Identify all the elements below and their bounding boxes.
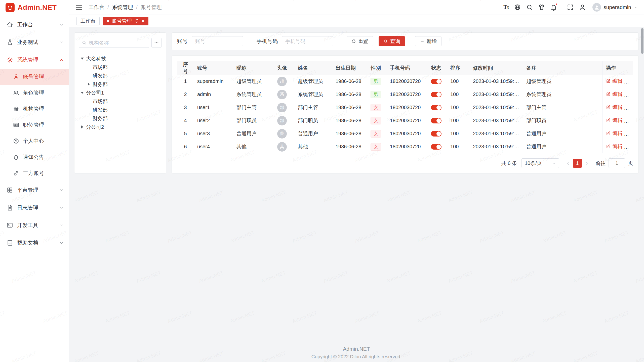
edit-button[interactable]: 编辑 bbox=[606, 78, 623, 84]
language-icon[interactable] bbox=[514, 4, 521, 11]
tree-node[interactable]: 研发部 bbox=[79, 71, 162, 80]
more-actions-icon[interactable] bbox=[628, 145, 633, 150]
edit-icon bbox=[606, 92, 611, 97]
refresh-icon[interactable] bbox=[134, 19, 139, 23]
sidebar-item-dev-tools[interactable]: 开发工具 bbox=[0, 216, 69, 234]
cell-name: 超级管理员 bbox=[294, 75, 332, 88]
tree-node[interactable]: 财务部 bbox=[79, 80, 162, 88]
tree-caret-icon bbox=[87, 75, 91, 77]
tree-node[interactable]: 市场部 bbox=[79, 63, 162, 71]
tree-node[interactable]: 大名科技 bbox=[79, 54, 162, 63]
breadcrumb-item-current: 账号管理 bbox=[141, 4, 162, 11]
table-row: 6 user4 其他 其 其他 1986-06-28 女 18020030720… bbox=[177, 140, 633, 153]
sidebar-subitem-role-management[interactable]: 角色管理 bbox=[0, 85, 69, 101]
fullscreen-icon[interactable] bbox=[567, 4, 574, 11]
page-size-select[interactable]: 10条/页 bbox=[521, 158, 559, 168]
more-actions-icon[interactable] bbox=[628, 106, 633, 111]
reset-button-label: 重置 bbox=[358, 38, 368, 45]
col-modified-time: 修改时间 bbox=[469, 61, 523, 75]
chevron-down-icon bbox=[59, 223, 64, 228]
sidebar-subitem-third-party-account[interactable]: 三方账号 bbox=[0, 165, 69, 181]
current-page-button[interactable]: 1 bbox=[573, 159, 582, 168]
status-toggle[interactable] bbox=[431, 131, 441, 137]
more-actions-icon[interactable] bbox=[628, 79, 633, 85]
tab-workbench[interactable]: 工作台 bbox=[76, 17, 100, 25]
cell-remark: 系统管理员 bbox=[523, 88, 602, 101]
search-button[interactable]: 查询 bbox=[379, 36, 405, 46]
reset-button[interactable]: 重置 bbox=[347, 36, 373, 46]
edit-button[interactable]: 编辑 bbox=[606, 104, 623, 111]
add-button[interactable]: 新增 bbox=[415, 36, 441, 46]
sidebar-subitem-personal-center[interactable]: 个人中心 bbox=[0, 133, 69, 149]
tree-node[interactable]: 分公司2 bbox=[79, 123, 162, 131]
tree-caret-icon[interactable] bbox=[80, 92, 84, 94]
tree-node[interactable]: 财务部 bbox=[79, 114, 162, 123]
goto-page-input[interactable] bbox=[609, 158, 625, 168]
app-logo[interactable]: Admin.NET bbox=[0, 0, 69, 15]
sidebar-item-business-test[interactable]: 业务测试 bbox=[0, 33, 69, 51]
cell-sort: 100 bbox=[447, 127, 469, 140]
avatar: 其 bbox=[277, 142, 287, 152]
sidebar-subitem-account-management[interactable]: 账号管理 bbox=[0, 69, 69, 85]
sidebar-item-log-management[interactable]: 日志管理 bbox=[0, 199, 69, 216]
more-actions-icon[interactable] bbox=[628, 132, 633, 137]
sidebar-subitem-label: 个人中心 bbox=[23, 138, 44, 145]
status-toggle[interactable] bbox=[431, 92, 441, 97]
cell-sort: 100 bbox=[447, 88, 469, 101]
account-filter-input[interactable] bbox=[192, 36, 243, 46]
sidebar-subitem-notice[interactable]: 通知公告 bbox=[0, 149, 69, 165]
scrollbar-thumb[interactable] bbox=[641, 28, 643, 54]
grid-icon bbox=[7, 187, 13, 193]
status-toggle[interactable] bbox=[431, 118, 441, 123]
phone-filter-input[interactable] bbox=[282, 36, 333, 46]
tab-account-management[interactable]: 账号管理 bbox=[103, 17, 148, 25]
sidebar-subitem-org-management[interactable]: 机构管理 bbox=[0, 101, 69, 117]
sidebar-item-workbench[interactable]: 工作台 bbox=[0, 16, 69, 33]
users-icon bbox=[13, 90, 19, 96]
breadcrumb-item[interactable]: 系统管理 bbox=[112, 4, 133, 11]
tab-bar: 工作台 账号管理 bbox=[69, 15, 644, 27]
sidebar-item-system-management[interactable]: 系统管理 bbox=[0, 51, 69, 69]
search-icon[interactable] bbox=[526, 4, 533, 11]
tree-node-label: 研发部 bbox=[93, 107, 108, 113]
more-actions-icon[interactable] bbox=[628, 119, 633, 124]
chevron-right-icon bbox=[585, 161, 589, 165]
font-size-icon[interactable]: Tt bbox=[503, 4, 509, 11]
theme-icon[interactable] bbox=[538, 4, 545, 11]
status-toggle[interactable] bbox=[431, 105, 441, 110]
col-birthdate: 出生日期 bbox=[332, 61, 365, 75]
sidebar-subitem-label: 角色管理 bbox=[23, 89, 44, 96]
edit-button[interactable]: 编辑 bbox=[606, 91, 623, 98]
edit-button[interactable]: 编辑 bbox=[606, 143, 623, 150]
close-icon[interactable] bbox=[141, 19, 145, 23]
sidebar-subitem-label: 机构管理 bbox=[23, 105, 44, 112]
sidebar-item-label: 开发工具 bbox=[17, 222, 38, 229]
tree-node[interactable]: 研发部 bbox=[79, 106, 162, 114]
cell-remark: 部门职员 bbox=[523, 114, 602, 127]
chevron-down-icon bbox=[634, 6, 637, 9]
sidebar-subitem-position-management[interactable]: 职位管理 bbox=[0, 117, 69, 133]
org-more-button[interactable] bbox=[151, 38, 162, 48]
gender-badge: 男 bbox=[371, 78, 381, 85]
org-search-input[interactable] bbox=[79, 38, 149, 48]
next-page-button[interactable] bbox=[582, 159, 591, 167]
sidebar-item-help-docs[interactable]: 帮助文档 bbox=[0, 234, 69, 252]
edit-button[interactable]: 编辑 bbox=[606, 130, 623, 137]
tree-node[interactable]: 市场部 bbox=[79, 97, 162, 106]
edit-button[interactable]: 编辑 bbox=[606, 117, 623, 124]
gender-badge: 男 bbox=[371, 91, 381, 98]
status-toggle[interactable] bbox=[431, 144, 441, 150]
profile-icon[interactable] bbox=[579, 4, 586, 11]
user-menu[interactable]: superadmin bbox=[592, 3, 637, 12]
prev-page-button[interactable] bbox=[564, 159, 572, 167]
more-actions-icon[interactable] bbox=[628, 93, 633, 98]
sidebar-item-platform-management[interactable]: 平台管理 bbox=[0, 181, 69, 199]
tree-caret-icon[interactable] bbox=[80, 58, 84, 60]
menu-toggle-icon[interactable] bbox=[75, 4, 83, 11]
tree-caret-icon[interactable] bbox=[80, 125, 84, 128]
cell-remark: 部门主管 bbox=[523, 101, 602, 114]
status-toggle[interactable] bbox=[431, 79, 441, 84]
tree-node[interactable]: 分公司1 bbox=[79, 88, 162, 97]
breadcrumb-item[interactable]: 工作台 bbox=[89, 4, 104, 11]
tree-caret-icon[interactable] bbox=[87, 83, 91, 86]
